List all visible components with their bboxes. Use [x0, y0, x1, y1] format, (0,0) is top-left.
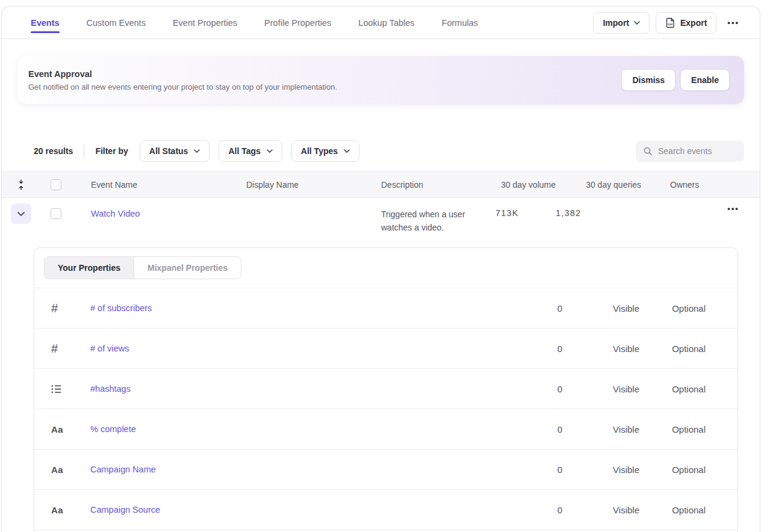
ellipsis-icon: ••• — [727, 204, 739, 213]
tags-filter-dropdown[interactable]: All Tags — [219, 140, 282, 162]
property-sample-count: 0 — [496, 465, 562, 475]
types-filter-label: All Types — [301, 146, 338, 156]
property-row: # # of subscribers 0 Visible Optional — [34, 288, 737, 329]
tab-mixpanel-properties[interactable]: Mixpanel Properties — [134, 257, 241, 279]
header-display-name: Display Name — [246, 180, 381, 190]
search-events-input[interactable] — [658, 146, 736, 156]
chevron-down-icon — [17, 212, 25, 216]
header-queries: 30 day queries — [556, 180, 641, 190]
chevron-down-icon — [344, 149, 350, 153]
property-link[interactable]: #hashtags — [90, 384, 496, 394]
tab-lookup-tables[interactable]: Lookup Tables — [358, 7, 414, 39]
property-visibility: Visible — [562, 505, 639, 515]
property-sample-count: 0 — [496, 384, 562, 394]
properties-panel: Your Properties Mixpanel Properties # # … — [34, 247, 738, 532]
property-requirement: Optional — [639, 344, 706, 354]
import-button[interactable]: Import — [593, 12, 650, 34]
property-row: Aa Campaign Source 0 Visible Optional — [34, 490, 737, 530]
property-visibility: Visible — [562, 384, 639, 394]
text-icon: Aa — [51, 465, 63, 475]
chevron-down-icon — [194, 149, 200, 153]
number-icon: # — [51, 342, 58, 356]
property-link[interactable]: # of subscribers — [90, 303, 496, 313]
tab-event-properties[interactable]: Event Properties — [173, 7, 237, 39]
property-sample-count: 0 — [496, 344, 562, 354]
search-icon — [643, 146, 653, 156]
divider — [84, 144, 84, 158]
property-row: #hashtags 0 Visible Optional — [34, 369, 737, 409]
filter-by-label: Filter by — [95, 146, 128, 156]
event-queries: 1,382 — [556, 208, 641, 218]
status-filter-label: All Status — [149, 146, 188, 156]
number-icon: # — [51, 302, 58, 315]
types-filter-dropdown[interactable]: All Types — [291, 140, 359, 162]
property-link[interactable]: Campaign Name — [90, 465, 496, 474]
enable-button[interactable]: Enable — [681, 70, 729, 90]
event-description: Triggered when a user watches a video. — [381, 208, 495, 234]
select-all-checkbox[interactable] — [51, 179, 61, 190]
tab-events[interactable]: Events — [31, 7, 60, 39]
property-requirement: Optional — [639, 465, 706, 475]
property-visibility: Visible — [562, 344, 639, 354]
event-name-link[interactable]: Watch Video — [91, 209, 140, 218]
csv-file-icon: csv — [665, 17, 675, 28]
tab-lookup-tables-label: Lookup Tables — [358, 18, 414, 28]
header-volume: 30 day volume — [495, 180, 556, 190]
export-button[interactable]: csv Export — [656, 12, 716, 34]
tab-events-label: Events — [31, 18, 60, 28]
property-row: Aa % complete 0 Visible Optional — [34, 409, 737, 450]
top-nav: Events Custom Events Event Properties Pr… — [2, 7, 760, 39]
text-icon: Aa — [51, 505, 63, 515]
chevron-down-icon — [267, 149, 273, 153]
property-link[interactable]: # of views — [90, 344, 496, 353]
tab-formulas-label: Formulas — [442, 18, 478, 28]
status-filter-dropdown[interactable]: All Status — [140, 140, 210, 162]
svg-text:csv: csv — [668, 22, 673, 26]
tab-event-properties-label: Event Properties — [173, 18, 237, 28]
property-requirement: Optional — [639, 303, 706, 314]
header-event-name: Event Name — [72, 180, 246, 190]
tab-custom-events[interactable]: Custom Events — [87, 7, 146, 39]
property-link[interactable]: Campaign Source — [90, 505, 496, 515]
event-row-watch-video: Watch Video Triggered when a user watche… — [2, 198, 760, 247]
property-sample-count: 0 — [496, 303, 562, 314]
banner-text: Event Approval Get notified on all new e… — [28, 69, 622, 91]
property-link[interactable]: % complete — [90, 424, 496, 434]
header-owners: Owners — [641, 180, 714, 190]
results-count: 20 results — [34, 146, 73, 156]
event-approval-banner: Event Approval Get notified on all new e… — [17, 56, 744, 104]
row-menu-button[interactable]: ••• — [722, 204, 744, 213]
active-tab-underline — [31, 31, 60, 33]
banner-description: Get notified on all new events entering … — [28, 82, 622, 91]
header-description: Description — [381, 180, 495, 190]
lexicon-page: Events Custom Events Event Properties Pr… — [1, 6, 760, 532]
more-options-button[interactable]: ••• — [722, 18, 744, 27]
filter-bar: 20 results Filter by All Status All Tags… — [2, 140, 760, 162]
text-icon: Aa — [51, 424, 63, 435]
banner-title: Event Approval — [28, 69, 622, 79]
property-visibility: Visible — [562, 465, 639, 475]
tab-custom-events-label: Custom Events — [87, 18, 146, 28]
property-requirement: Optional — [639, 505, 706, 515]
row-checkbox[interactable] — [51, 208, 61, 219]
list-icon — [51, 385, 61, 394]
property-requirement: Optional — [639, 424, 706, 435]
collapse-row-button[interactable] — [11, 203, 31, 224]
tab-profile-properties[interactable]: Profile Properties — [264, 7, 331, 39]
event-volume: 713K — [495, 208, 556, 218]
property-sample-count: 0 — [496, 424, 562, 435]
dismiss-button[interactable]: Dismiss — [622, 70, 675, 90]
collapse-all-icon[interactable] — [2, 179, 40, 190]
banner-actions: Dismiss Enable — [622, 70, 729, 90]
properties-tabs-row: Your Properties Mixpanel Properties — [34, 248, 737, 288]
tags-filter-label: All Tags — [228, 146, 260, 156]
tab-formulas[interactable]: Formulas — [442, 7, 478, 39]
nav-tabs: Events Custom Events Event Properties Pr… — [31, 7, 593, 39]
property-row: Aa Campaign Name 0 Visible Optional — [34, 450, 737, 490]
export-button-label: Export — [680, 18, 707, 28]
tab-your-properties[interactable]: Your Properties — [45, 257, 134, 279]
property-visibility: Visible — [562, 424, 639, 435]
nav-actions: Import csv Export ••• — [593, 12, 744, 34]
chevron-down-icon — [634, 21, 640, 25]
ellipsis-icon: ••• — [727, 18, 739, 27]
